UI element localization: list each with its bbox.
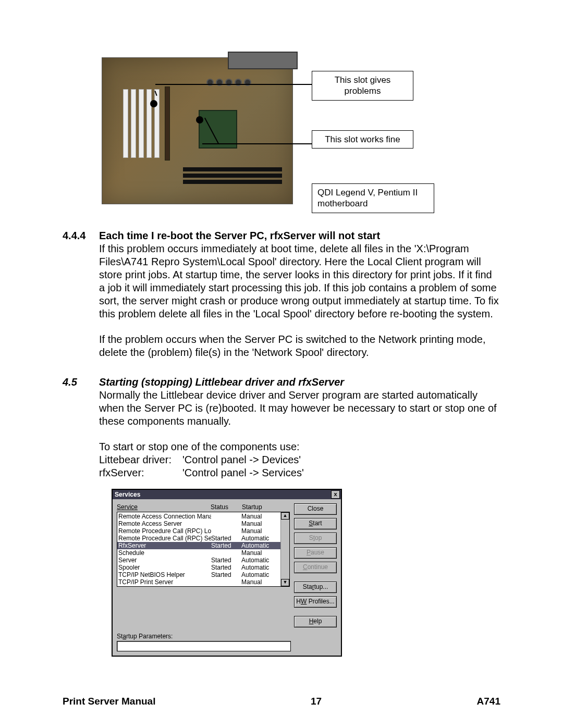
leader-line: [155, 84, 312, 85]
pci-slot: [146, 89, 152, 158]
pci-slot: [123, 89, 128, 158]
pause-button[interactable]: Pause: [294, 547, 337, 559]
row-label: Littebear driver:: [99, 453, 182, 466]
row-label: rfxServer:: [99, 466, 182, 479]
footer-right: A741: [477, 696, 500, 707]
cell-service: TCP/IP Print Server: [118, 578, 211, 586]
col-header-service: Service: [117, 503, 211, 511]
agp-slot: [165, 87, 170, 161]
table-row[interactable]: TCP/IP NetBIOS HelperStartedAutomatic: [117, 571, 280, 578]
table-row[interactable]: SpoolerStartedAutomatic: [117, 564, 280, 571]
dimm-slot: [183, 180, 282, 184]
section-number: 4.5: [63, 376, 77, 388]
cell-status: Started: [211, 571, 241, 578]
table-row[interactable]: RfxServerStartedAutomatic: [117, 542, 280, 549]
cell-status: [211, 578, 241, 586]
services-dialog: Services x Service Status Startup Remote…: [112, 489, 342, 657]
cell-startup: Manual: [241, 520, 272, 527]
startup-button[interactable]: Startup...: [294, 582, 337, 593]
dialog-title: Services: [115, 491, 140, 498]
cell-service: Server: [118, 557, 211, 564]
body-paragraph: Normally the Littlebear device driver an…: [99, 389, 500, 428]
cell-service: Remote Access Connection Manager: [118, 513, 211, 520]
row-value: 'Control panel -> Devices': [182, 453, 301, 466]
table-row[interactable]: ServerStartedAutomatic: [117, 557, 280, 564]
cell-status: Started: [211, 564, 241, 571]
callout-fine-slot: This slot works fine: [312, 130, 413, 149]
cell-service: Remote Procedure Call (RPC) Service: [118, 535, 211, 542]
help-button[interactable]: Help: [294, 616, 337, 627]
cell-service: Schedule: [118, 549, 211, 557]
pci-slot: [131, 89, 136, 158]
scrollbar[interactable]: ▲ ▼: [280, 512, 290, 586]
start-button[interactable]: Start: [294, 518, 337, 529]
cell-service: Remote Procedure Call (RPC) Locator: [118, 527, 211, 535]
cell-status: [211, 513, 241, 520]
body-paragraph: If the problem occurs when the Server PC…: [99, 333, 500, 359]
table-row[interactable]: Remote Procedure Call (RPC) ServiceStart…: [117, 535, 280, 542]
cell-startup: Automatic: [241, 535, 272, 542]
cell-service: Remote Access Server: [118, 520, 211, 527]
cell-status: [211, 520, 241, 527]
motherboard-figure: This slot gives problems This slot works…: [63, 57, 500, 214]
section-number: 4.4.4: [63, 230, 85, 241]
row-value: 'Control panel -> Services': [182, 466, 304, 479]
hw-profiles-button[interactable]: HW Profiles...: [294, 596, 337, 608]
cell-startup: Manual: [241, 549, 272, 557]
table-row[interactable]: ScheduleManual: [117, 549, 280, 557]
cell-service: RfxServer: [118, 542, 211, 549]
footer-page-number: 17: [311, 696, 322, 707]
cell-service: Spooler: [118, 564, 211, 571]
stop-button[interactable]: Stop: [294, 533, 337, 544]
col-header-startup: Startup: [242, 503, 273, 511]
table-row[interactable]: TCP/IP Print ServerManual: [117, 578, 280, 586]
motherboard-image: [102, 57, 293, 204]
pci-slot: [139, 89, 144, 158]
body-text: To start or stop one of the components u…: [99, 440, 500, 453]
cell-service: TCP/IP NetBIOS Helper: [118, 571, 211, 578]
dialog-titlebar[interactable]: Services x: [113, 490, 341, 499]
dimm-slot: [183, 174, 282, 178]
close-icon[interactable]: x: [331, 490, 340, 499]
col-header-status: Status: [211, 503, 242, 511]
body-paragraph: If this problem occurs immediately at bo…: [99, 242, 500, 320]
table-row[interactable]: Remote Procedure Call (RPC) LocatorManua…: [117, 527, 280, 535]
footer-left: Print Server Manual: [63, 696, 155, 707]
table-row[interactable]: Remote Access Connection ManagerManual: [117, 513, 280, 520]
pci-slot: [154, 89, 160, 158]
cell-status: [211, 549, 241, 557]
startup-params-label: Startup Parameters:: [117, 633, 337, 640]
io-ports: [228, 52, 298, 69]
cell-status: [211, 527, 241, 535]
startup-params-input[interactable]: [117, 641, 291, 651]
callout-problem-slot: This slot gives problems: [312, 71, 413, 101]
marker-dot: [150, 100, 157, 107]
callout-board-caption: QDI Legend V, Pentium II motherboard: [312, 183, 434, 213]
cell-startup: Automatic: [241, 571, 272, 578]
dimm-slot: [183, 167, 282, 171]
section-title: Each time I re-boot the Server PC, rfxSe…: [99, 229, 500, 242]
table-row[interactable]: Remote Access ServerManual: [117, 520, 280, 527]
cell-status: Started: [211, 542, 241, 549]
cell-startup: Manual: [241, 513, 272, 520]
cell-startup: Automatic: [241, 557, 272, 564]
cell-startup: Manual: [241, 578, 272, 586]
scroll-up-icon[interactable]: ▲: [281, 512, 289, 520]
section-title: Starting (stopping) Littlebear driver an…: [99, 376, 500, 389]
cell-startup: Automatic: [241, 564, 272, 571]
cell-startup: Manual: [241, 527, 272, 535]
cell-startup: Automatic: [241, 542, 272, 549]
continue-button[interactable]: Continue: [294, 562, 337, 573]
scroll-down-icon[interactable]: ▼: [281, 579, 289, 586]
close-button[interactable]: Close: [294, 503, 337, 515]
service-list[interactable]: Remote Access Connection ManagerManualRe…: [117, 512, 280, 586]
cell-status: Started: [211, 535, 241, 542]
marker-dot: [196, 116, 203, 124]
cell-status: Started: [211, 557, 241, 564]
